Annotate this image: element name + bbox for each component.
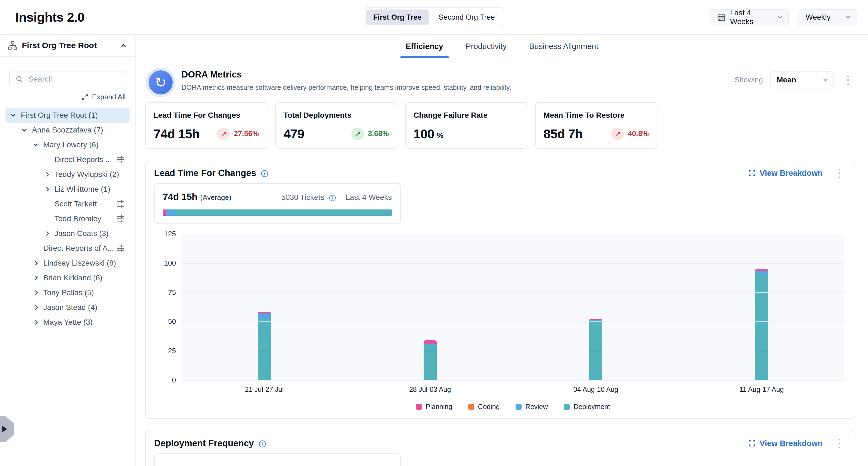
tree-item-label: Brian Kirkland (6) — [43, 273, 102, 282]
search-icon — [15, 75, 24, 83]
tree-item[interactable]: Jason Stead (4) — [5, 300, 130, 315]
tree-item[interactable]: Tony Pallas (5) — [5, 285, 130, 300]
chevron-down-icon[interactable] — [22, 127, 27, 132]
deployment-title: Deployment Frequency — [154, 438, 267, 448]
tree-item[interactable]: Direct Reports of A... — [5, 241, 130, 256]
filter-icon[interactable] — [116, 155, 125, 164]
chart-legend: PlanningCodingReviewDeployment — [181, 403, 844, 411]
aggregation-select[interactable]: Mean — [770, 71, 834, 88]
info-icon[interactable] — [258, 440, 267, 448]
tickets-count: 5030 Tickets — [281, 193, 324, 202]
chevron-right-icon[interactable] — [44, 231, 49, 236]
period-select[interactable]: Last 4 Weeks — [710, 9, 788, 26]
chevron-right-icon[interactable] — [33, 291, 38, 295]
metric-card-value: 479 — [283, 126, 304, 141]
tree-item[interactable]: Todd Bromley — [5, 211, 130, 226]
view-breakdown-button[interactable]: View Breakdown — [746, 168, 824, 178]
chevron-right-icon[interactable] — [33, 276, 38, 280]
chevron-down-icon — [824, 77, 828, 81]
filter-icon[interactable] — [116, 199, 125, 209]
tree-item-label: Jason Coats (3) — [55, 229, 108, 238]
bar-column-1 — [181, 234, 347, 380]
tree-item[interactable]: Direct Reports ... — [5, 152, 130, 167]
metric-card-delta: ↗3.68% — [351, 127, 389, 140]
stacked-bar[interactable] — [258, 312, 271, 380]
search-input[interactable] — [28, 75, 120, 84]
kebab-menu-icon[interactable]: ⋮ — [841, 75, 856, 85]
trend-arrow-icon: ↗ — [217, 127, 230, 140]
tree-item-label: Anna Scozzafava (7) — [32, 126, 103, 135]
metric-card-lead-time-for-changes: Lead Time For Changes74d 15h↗27.56% — [145, 102, 268, 149]
metric-card-value-suffix: % — [437, 132, 443, 140]
main-content: EfficiencyProductivityBusiness Alignment… — [136, 35, 868, 466]
average-meta: 5030 Tickets Last 4 Weeks — [281, 193, 392, 202]
granularity-select[interactable]: Weekly — [799, 9, 857, 26]
bar-segment-review — [755, 271, 768, 274]
expand-all-button[interactable]: Expand All — [10, 93, 126, 101]
chevron-right-icon[interactable] — [44, 172, 49, 177]
metric-card-value: 74d 15h — [154, 126, 199, 141]
chevron-right-icon[interactable] — [33, 305, 38, 310]
info-icon[interactable] — [329, 194, 336, 202]
chevron-right-icon[interactable] — [44, 187, 49, 192]
deployment-panel-header: Deployment Frequency — [154, 438, 847, 448]
legend-swatch-icon — [516, 404, 522, 410]
metric-card-mean-time-to-restore: Mean Time To Restore85d 7h↗40.8% — [535, 102, 658, 149]
gridline-100 — [181, 263, 844, 264]
sidebar-header[interactable]: First Org Tree Root — [0, 35, 135, 57]
view-breakdown-button[interactable]: View Breakdown — [746, 439, 824, 448]
tree-item[interactable]: Liz Whittome (1) — [5, 182, 130, 197]
stacked-bar[interactable] — [589, 319, 602, 380]
y-tick-label: 25 — [168, 347, 176, 355]
org-tree: First Org Tree Root (1)Anna Scozzafava (… — [0, 108, 135, 330]
tree-item[interactable]: Scott Tarkett — [5, 197, 130, 211]
tree-item-label: Lindsay Liszewski (8) — [43, 259, 116, 267]
org-toggle-first-org-tree[interactable]: First Org Tree — [366, 9, 429, 25]
tree-item[interactable]: Lindsay Liszewski (8) — [5, 256, 130, 270]
chevron-down-icon[interactable] — [33, 142, 38, 146]
tab-business-alignment[interactable]: Business Alignment — [527, 35, 600, 58]
tree-item[interactable]: Maya Yette (3) — [5, 315, 130, 330]
sidebar-collapse-handle[interactable] — [0, 416, 14, 442]
bar-column-3 — [513, 234, 679, 380]
info-icon[interactable] — [260, 170, 269, 178]
chevron-right-icon[interactable] — [33, 261, 38, 266]
lead-time-average-card: 74d 15h (Average) 5030 Tickets — [154, 183, 401, 224]
tree-item[interactable]: Brian Kirkland (6) — [5, 270, 130, 285]
tree-item-label: Tony Pallas (5) — [43, 288, 94, 297]
tree-item[interactable]: Mary Lowery (6) — [5, 138, 130, 152]
lead-time-panel-actions: View Breakdown ⋮ — [746, 168, 847, 178]
filter-icon[interactable] — [116, 244, 125, 253]
expand-arrows-icon — [82, 94, 89, 101]
legend-swatch-icon — [468, 404, 474, 410]
chevron-up-icon[interactable] — [122, 44, 126, 49]
tree-item[interactable]: Anna Scozzafava (7) — [5, 123, 130, 138]
period-select-value: Last 4 Weeks — [730, 8, 774, 26]
gridline-75 — [181, 292, 844, 293]
tree-item-label: Mary Lowery (6) — [43, 141, 98, 149]
kebab-menu-icon[interactable]: ⋮ — [832, 168, 847, 178]
topbar-controls: Last 4 Weeks Weekly — [710, 9, 857, 26]
metric-card-delta: ↗27.56% — [217, 127, 259, 140]
divider — [341, 193, 341, 202]
tab-productivity[interactable]: Productivity — [464, 35, 509, 58]
y-tick-label: 125 — [164, 230, 176, 238]
tab-efficiency[interactable]: Efficiency — [404, 35, 445, 58]
kebab-menu-icon[interactable]: ⋮ — [832, 439, 847, 448]
chevron-right-icon[interactable] — [33, 320, 38, 325]
chevron-down-icon — [846, 14, 850, 19]
org-toggle-second-org-tree[interactable]: Second Org Tree — [432, 9, 502, 25]
tree-item[interactable]: Jason Coats (3) — [5, 226, 130, 241]
chevron-down-icon[interactable] — [11, 112, 16, 117]
org-chart-icon — [8, 40, 18, 50]
dora-metrics-header: ↻ DORA Metrics DORA metrics measure soft… — [136, 58, 868, 94]
stacked-bar[interactable] — [424, 340, 437, 380]
stacked-bar[interactable] — [755, 269, 768, 380]
phase-distribution-bar — [163, 209, 392, 216]
gridline-0 — [181, 380, 844, 381]
filter-icon[interactable] — [116, 214, 125, 224]
tree-item[interactable]: Teddy Wylupski (2) — [5, 167, 130, 182]
tree-item[interactable]: First Org Tree Root (1) — [5, 108, 130, 123]
lead-time-title-text: Lead Time For Changes — [154, 168, 256, 178]
org-tree-sidebar: First Org Tree Root — [0, 35, 136, 466]
